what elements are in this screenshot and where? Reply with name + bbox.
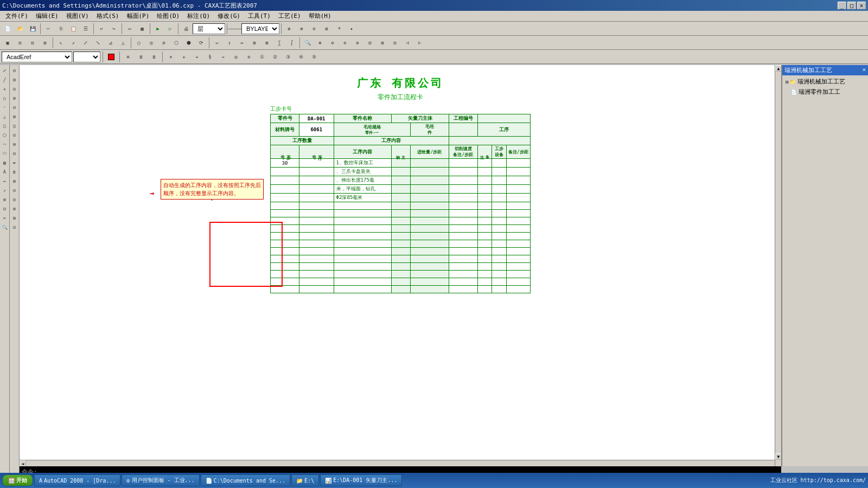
left-btn-select[interactable]: ⤢ (1, 66, 9, 75)
zoom-btn9[interactable]: ⊣ (401, 37, 413, 49)
btn1[interactable]: ▭ (124, 23, 136, 35)
left2-btn4[interactable]: ⊞ (10, 94, 19, 102)
left-btn-hatch[interactable]: ▨ (1, 158, 9, 167)
dim-btn1[interactable]: ∑ (273, 37, 285, 49)
left2-btn8[interactable]: ⊡ (10, 131, 19, 139)
menu-format[interactable]: 格式(S) (93, 11, 123, 21)
draw-btn4[interactable]: ⊞ (39, 37, 51, 49)
menu-dim[interactable]: 标注(Q) (184, 11, 213, 21)
mirror-btn1[interactable]: ⇔ (211, 37, 223, 49)
color-picker-btn[interactable] (105, 51, 117, 63)
right-scrollbar[interactable]: ▲ ▼ (775, 65, 781, 466)
snap-btn4[interactable]: ⊞ (321, 23, 333, 35)
redo-button[interactable]: ↪ (108, 23, 120, 35)
left-btn-text[interactable]: A (1, 168, 9, 176)
draw-btn11[interactable]: ○ (133, 37, 145, 49)
snap-btn1[interactable]: ⊕ (283, 23, 295, 35)
zoom-btn3[interactable]: ⊖ (327, 37, 339, 49)
format-btn7[interactable]: ⊙ (243, 51, 255, 63)
title-bar-controls[interactable]: _ □ × (838, 2, 866, 9)
left-btn-poly[interactable]: ⬡ (1, 131, 9, 139)
zoom-btn2[interactable]: ⊕ (314, 37, 326, 49)
align-left-btn[interactable]: ≡ (122, 51, 134, 63)
left2-btn16[interactable]: ⊞ (10, 204, 19, 213)
layer-select[interactable]: 层 (193, 23, 225, 34)
draw-btn9[interactable]: ⊿ (105, 37, 117, 49)
format-btn12[interactable]: ⑤ (308, 51, 320, 63)
minimize-button[interactable]: _ (838, 2, 846, 9)
format-btn11[interactable]: ④ (295, 51, 307, 63)
draw-btn7[interactable]: ⤢ (80, 37, 92, 49)
zoom-btn6[interactable]: ⊟ (364, 37, 376, 49)
left-btn-spline[interactable]: ⌒ (1, 140, 9, 149)
paste-button[interactable]: 📋 (67, 23, 79, 35)
mirror-btn2[interactable]: ⇕ (224, 37, 235, 49)
draw-btn3[interactable]: ⊟ (27, 37, 39, 49)
font-size-select[interactable] (73, 52, 100, 62)
taskbar-autocad[interactable]: A AutoCAD 2008 - [Dra... (34, 474, 120, 486)
left-btn-block[interactable]: ⊞ (1, 195, 9, 204)
format-btn6[interactable]: ◎ (230, 51, 242, 63)
format-btn2[interactable]: + (178, 51, 190, 63)
left-btn-triangle[interactable]: △ (1, 112, 9, 121)
menu-modify[interactable]: 修改(G) (214, 11, 244, 21)
left-btn-attr[interactable]: ≈ (1, 214, 9, 222)
left-btn-line[interactable]: ╱ (1, 75, 9, 84)
right-panel-close[interactable]: × (862, 66, 866, 74)
dim-btn2[interactable]: ∫ (286, 37, 298, 49)
left2-btn1[interactable]: ⊟ (10, 66, 19, 75)
menu-tools[interactable]: 工具(T) (245, 11, 274, 21)
bottom-scrollbar[interactable]: ◄ ► (20, 460, 775, 466)
draw-btn14[interactable]: ⬡ (170, 37, 182, 49)
left2-btn3[interactable]: ⊡ (10, 85, 19, 93)
snap-btn3[interactable]: ⊙ (308, 23, 320, 35)
format-btn4[interactable]: § (204, 51, 216, 63)
format-btn9[interactable]: ② (269, 51, 281, 63)
left2-btn17[interactable]: ⊠ (10, 214, 19, 222)
snap-btn2[interactable]: ⊗ (296, 23, 308, 35)
left-btn-zoom[interactable]: 🔍 (1, 223, 9, 232)
format-btn10[interactable]: ③ (282, 51, 294, 63)
zoom-btn8[interactable]: ⊡ (389, 37, 401, 49)
open-button[interactable]: 📂 (14, 23, 26, 35)
format-btn3[interactable]: ÷ (191, 51, 203, 63)
close-button[interactable]: × (857, 2, 866, 9)
zoom-btn5[interactable]: ⊜ (352, 37, 363, 49)
draw-btn5[interactable]: ↖ (55, 37, 67, 49)
format-btn1[interactable]: × (165, 51, 177, 63)
mirror-btn4[interactable]: ⊞ (248, 37, 260, 49)
tree-item-parts[interactable]: 📄 瑞洲零件加工工 (783, 87, 867, 97)
left-btn-dim[interactable]: ↔ (1, 177, 9, 185)
left2-btn13[interactable]: ⊠ (10, 177, 19, 185)
left2-btn7[interactable]: ◫ (10, 121, 19, 130)
green-btn2[interactable]: ▷ (164, 23, 176, 35)
copy-button[interactable]: ⎘ (55, 23, 67, 35)
tree-root[interactable]: ⊟ 📁 瑞洲机械加工工艺 (783, 76, 867, 87)
scroll-down-btn[interactable]: ▼ (775, 453, 781, 460)
left2-btn9[interactable]: ⊞ (10, 140, 19, 149)
mirror-btn5[interactable]: ⊠ (261, 37, 273, 49)
left-btn-insert[interactable]: ⊡ (1, 204, 9, 213)
left2-btn11[interactable]: ≡ (10, 158, 19, 167)
left-btn-leader[interactable]: ↗ (1, 186, 9, 195)
draw-btn6[interactable]: ↗ (67, 37, 79, 49)
draw-btn16[interactable]: ⟳ (195, 37, 207, 49)
draw-btn10[interactable]: △ (117, 37, 129, 49)
zoom-btn1[interactable]: 🔍 (302, 37, 314, 49)
draw-btn12[interactable]: ◎ (145, 37, 157, 49)
format-btn8[interactable]: ① (256, 51, 268, 63)
print-button[interactable]: 🖨 (180, 23, 192, 35)
format-btn5[interactable]: → (217, 51, 229, 63)
left2-btn10[interactable]: ⊟ (10, 149, 19, 158)
menu-page[interactable]: 幅面(P) (124, 11, 153, 21)
draw-btn2[interactable]: ⊡ (14, 37, 26, 49)
green-btn1[interactable]: ▶ (152, 23, 164, 35)
start-button[interactable]: 🪟 开始 (2, 474, 33, 486)
menu-process[interactable]: 工艺(E) (275, 11, 304, 21)
properties-button[interactable]: ☰ (80, 23, 92, 35)
menu-help[interactable]: 帮助(H) (305, 11, 335, 21)
left-btn-circle[interactable]: ○ (1, 94, 9, 102)
left-btn-arc[interactable]: ◜ (1, 103, 9, 112)
align-center-btn[interactable]: ≣ (135, 51, 147, 63)
snap-btn6[interactable]: ✦ (346, 23, 358, 35)
